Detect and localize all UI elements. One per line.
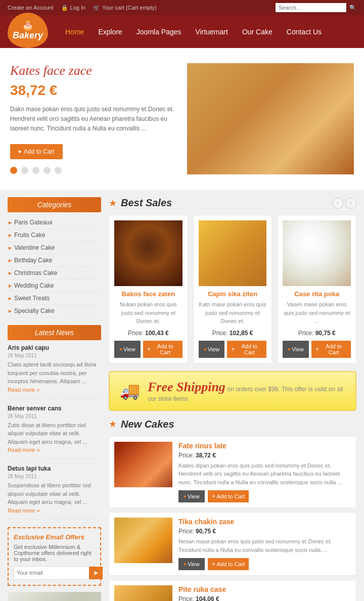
read-more-1[interactable]: Read more » (8, 387, 40, 393)
read-more-2[interactable]: Read more » (8, 447, 40, 453)
view-button-1[interactable]: View (114, 341, 141, 358)
add-to-cart-button-3[interactable]: Add to Cart (311, 341, 351, 358)
category-specialty[interactable]: Specialty Cake (8, 305, 101, 317)
email-input[interactable] (14, 567, 89, 579)
next-arrow[interactable]: › (345, 198, 356, 209)
cake-image-3 (114, 585, 172, 601)
truck-icon: 🚚 (120, 381, 140, 400)
cake-image-2 (114, 518, 172, 563)
read-more-3[interactable]: Read more » (8, 507, 40, 514)
category-sweet[interactable]: Sweet Treats (8, 292, 101, 304)
hero-dot-2[interactable] (21, 167, 28, 174)
category-christmas[interactable]: Christmas Cake (8, 267, 101, 279)
product-btns-3: View Add to Cart (283, 341, 351, 358)
product-price-3: Price: 90,75 € (283, 330, 351, 337)
login-link[interactable]: 🔒 Log In (61, 5, 86, 11)
nav-item-joomla[interactable]: Joomla Pages (129, 19, 189, 45)
cake-name-3: Pite ruka case (178, 585, 351, 593)
product-price-1: Price: 100,43 € (114, 330, 183, 337)
new-cakes-star-icon: ★ (109, 419, 117, 430)
cake-view-button-2[interactable]: View (178, 558, 205, 570)
news-title: Latest News (8, 325, 101, 340)
best-sales-header: ★ Best Sales ‹ › (109, 197, 356, 209)
news-title-1: Aris paki capu (8, 344, 101, 351)
hero-add-to-cart-button[interactable]: Add to Cart (10, 144, 63, 159)
cake-price-2: Price: 90,75 € (178, 528, 351, 535)
product-desc-3: Vasen mase pokan eros quis justo sed non… (283, 300, 351, 326)
search-input[interactable] (276, 3, 346, 12)
product-desc-2: Katn mase pokan eros quis justo sed nonu… (199, 300, 267, 326)
product-image-2 (199, 220, 267, 286)
cake-btns-1: View Add to Cart (178, 490, 351, 502)
cake-desc-1: Katies dipan pokan eros quis justo sed n… (178, 461, 351, 487)
categories-section: Categories Paris Gateaux Fruits Cake Val… (8, 197, 101, 317)
nav-item-contact[interactable]: Contact Us (280, 19, 329, 45)
list-item: Wedding Cake (8, 280, 101, 292)
cake-view-button-1[interactable]: View (178, 490, 205, 502)
add-to-cart-button-2[interactable]: Add to Cart (227, 341, 266, 358)
category-paris[interactable]: Paris Gateaux (8, 216, 101, 228)
list-item: Fruits Cake (8, 229, 101, 242)
cake-price-1: Price: 38,72 € (178, 452, 351, 459)
hero-title: Kates face zace (10, 63, 177, 78)
hero-dot-1[interactable] (10, 167, 17, 174)
cake-item-2: Tika chakin zase Price: 90,75 € Nesan ma… (109, 512, 356, 576)
new-cakes-header: ★ New Cakes (109, 419, 356, 430)
shipping-text: Free Shipping on orders over $99. This o… (148, 380, 345, 402)
product-btns-1: View Add to Cart (114, 341, 183, 358)
logo-icon: 🎂 (22, 20, 33, 31)
cake-name-2: Tika chakin zase (178, 518, 351, 526)
hero-text: Kates face zace 38,72 € Dakn mase pokan … (10, 63, 177, 174)
product-image-3 (283, 220, 351, 286)
cake-btns-2: View Add to Cart (178, 558, 351, 570)
latest-news-section: Latest News Aris paki capu 26 May 2011 C… (8, 325, 101, 520)
product-name-2: Capin sika ziten (199, 290, 267, 298)
nav-item-our-cake[interactable]: Our Cake (235, 19, 280, 45)
product-price-2: Price: 102,85 € (199, 330, 267, 337)
logo[interactable]: 🎂 Bakery (8, 13, 48, 48)
email-submit-button[interactable]: ➤ (89, 567, 103, 579)
top-bar-left: Create an Account 🔒 Log In 🛒 Your cart (… (8, 5, 157, 11)
hero-dot-4[interactable] (43, 167, 51, 174)
create-account-link[interactable]: Create an Account (8, 5, 54, 11)
product-card-3: Case rita poka Vasen mase pokan eros qui… (277, 215, 356, 363)
category-birthday[interactable]: Birthday Cake (8, 254, 101, 266)
cart-link[interactable]: 🛒 Your cart (Cart empty) (93, 5, 157, 11)
category-wedding[interactable]: Wedding Cake (8, 280, 101, 292)
sidebar-image (8, 592, 101, 602)
main-content: Categories Paris Gateaux Fruits Cake Val… (0, 190, 364, 601)
hero-description: Dakn mase pokan eros quis justo sed nonu… (10, 105, 177, 134)
cake-item-3: Pite ruka case Price: 104,06 € Netan mas… (109, 580, 356, 601)
news-date-2: 26 May 2011 (8, 413, 101, 419)
news-desc-3: Suspendisse at libero porttitor nisl ali… (8, 481, 101, 506)
search-icon[interactable]: 🔍 (349, 5, 356, 11)
news-date-3: 26 May 2011 (8, 474, 101, 479)
nav-item-home[interactable]: Home (58, 19, 91, 45)
logo-text: Bakery (13, 31, 43, 41)
hero-dot-5[interactable] (55, 167, 62, 174)
view-button-3[interactable]: View (283, 341, 309, 358)
category-fruits[interactable]: Fruits Cake (8, 229, 101, 241)
products-grid: Bakos face zaten Nukan pokan eros quis j… (109, 215, 356, 363)
news-title-2: Bener senver cans (8, 405, 101, 412)
news-item-1: Aris paki capu 26 May 2011 Class aptent … (8, 344, 101, 399)
hero-section: Kates face zace 38,72 € Dakn mase pokan … (0, 48, 364, 190)
cake-cart-button-2[interactable]: Add to Cart (208, 558, 249, 570)
category-valentine[interactable]: Valentine Cake (8, 242, 101, 254)
categories-title: Categories (8, 197, 101, 212)
view-button-2[interactable]: View (199, 341, 225, 358)
news-desc-1: Class aptent taciti sociosqu ad litora t… (8, 360, 101, 386)
hero-dot-3[interactable] (32, 167, 39, 174)
product-image-1 (114, 220, 183, 286)
cake-name-1: Fate rinus late (178, 442, 351, 450)
cake-info-3: Pite ruka case Price: 104,06 € Netan mas… (178, 585, 351, 601)
prev-arrow[interactable]: ‹ (332, 198, 343, 209)
nav-item-virtuemart[interactable]: Virtuemart (189, 19, 235, 45)
nav-item-explore[interactable]: Explore (91, 19, 129, 45)
cake-cart-button-1[interactable]: Add to Cart (208, 490, 249, 502)
product-btns-2: View Add to Cart (199, 341, 267, 358)
add-to-cart-button-1[interactable]: Add to Cart (143, 341, 183, 358)
product-card-2: Capin sika ziten Katn mase pokan eros qu… (193, 215, 272, 363)
cake-image-1 (114, 442, 172, 487)
news-item-3: Detus lapi tuka 26 May 2011 Suspendisse … (8, 465, 101, 520)
